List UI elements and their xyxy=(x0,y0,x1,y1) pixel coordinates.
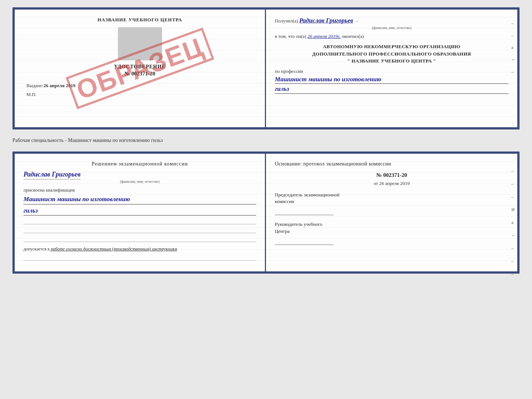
rukovoditel-line1: Руководитель учебного xyxy=(275,221,508,228)
mark-3: – xyxy=(511,69,516,75)
dopuskaetsya-prefix: допускается к xyxy=(24,246,50,252)
vydano-label: Выдано xyxy=(26,83,42,88)
dash-after-name: – xyxy=(356,18,358,24)
bmark-6: – xyxy=(511,271,516,277)
udost-number: № 002371-20 xyxy=(24,71,256,77)
top-left-title: НАЗВАНИЕ УЧЕБНОГО ЦЕНТРА xyxy=(24,17,256,23)
protocol-date: 26 апреля 2019 xyxy=(379,181,410,186)
line-3 xyxy=(24,236,256,242)
bmark-i: И xyxy=(511,207,516,213)
line-1 xyxy=(24,218,256,224)
fio-label-top: (фамилия, имя, отчество) xyxy=(275,26,508,30)
top-left-panel: НАЗВАНИЕ УЧЕБНОГО ЦЕНТРА УДОСТОВЕРЕНИЕ №… xyxy=(15,10,266,127)
mark-arrow: ← xyxy=(511,57,516,63)
bottom-fio-label: (фамилия, имя, отчество) xyxy=(24,179,256,184)
vtom-date: 26 апреля 2019г. xyxy=(308,33,341,39)
bottom-document: Решением экзаменационной комиссии Радисл… xyxy=(12,152,520,274)
dopuskaetsya-line: допускается к работе согласно должностны… xyxy=(24,246,256,252)
top-document: НАЗВАНИЕ УЧЕБНОГО ЦЕНТРА УДОСТОВЕРЕНИЕ №… xyxy=(12,7,520,129)
dopuskaetsya-text: работе согласно должностным (производств… xyxy=(51,246,177,252)
udostoverenie-block: УДОСТОВЕРЕНИЕ № 002371-20 xyxy=(24,64,256,77)
protocol-number: № 002371-20 xyxy=(275,172,508,178)
okonchil-text: окончил(а) xyxy=(342,33,364,39)
line-4 xyxy=(24,255,256,261)
line-2 xyxy=(24,227,256,233)
middle-specialty-label: Рабочая специальность - Машинист машины … xyxy=(12,136,520,145)
kvalf-line1: Машинист машины по изготовлению xyxy=(24,195,256,204)
profession-line1: Машинист машины по изготовлению xyxy=(275,75,508,84)
kvalf-line2: гильз xyxy=(24,206,256,216)
top-right-panel: Получил(а) Радислав Григорьев – (фамилия… xyxy=(266,10,517,127)
photo-placeholder xyxy=(118,27,162,60)
mark-1: – xyxy=(511,21,516,26)
predsedatel-block: Председатель экзаменационной комиссии xyxy=(275,192,508,215)
bottom-right-panel: Основание: протокол экзаменационной коми… xyxy=(266,154,517,271)
bmark-4: – xyxy=(511,246,516,251)
bottom-name: Радислав Григорьев xyxy=(24,171,80,179)
org-line-2: ДОПОЛНИТЕЛЬНОГО ПРОФЕССИОНАЛЬНОГО ОБРАЗО… xyxy=(275,50,508,58)
bmark-a: а xyxy=(511,220,516,225)
predsedatel-line1: Председатель экзаменационной xyxy=(275,192,508,198)
org-line-1: АВТОНОМНУЮ НЕКОММЕРЧЕСКУЮ ОРГАНИЗАЦИЮ xyxy=(275,43,508,50)
vtom-line: в том, что он(а) 26 апреля 2019г. окончи… xyxy=(275,33,508,39)
mp-line: М.П. xyxy=(24,92,256,97)
mark-a: а xyxy=(511,45,516,50)
side-marks-top: – – а ← – xyxy=(511,21,516,75)
rukovoditel-sign-line xyxy=(275,236,334,245)
predsedatel-line2: комиссии xyxy=(275,198,508,205)
udost-title: УДОСТОВЕРЕНИЕ xyxy=(24,64,256,70)
bmark-1: – xyxy=(511,168,516,174)
resheniem-title: Решением экзаменационной комиссии xyxy=(24,161,256,167)
poluchil-name: Радислав Григорьев xyxy=(299,17,353,24)
po-professii-label: по профессии xyxy=(275,68,508,74)
mark-2: – xyxy=(511,33,516,38)
bmark-arrow: ← xyxy=(511,233,516,238)
bmark-2: – xyxy=(511,181,516,187)
rukovoditel-block: Руководитель учебного Центра xyxy=(275,221,508,245)
bmark-3: – xyxy=(511,194,516,200)
vtom-prefix: в том, что он(а) xyxy=(275,33,306,39)
prisvoena-label: присвоена квалификация xyxy=(24,187,256,193)
bottom-name-block: Радислав Григорьев (фамилия, имя, отчест… xyxy=(24,171,256,184)
ot-prefix: от xyxy=(374,181,378,186)
vydano-line: Выдано 26 апреля 2019 xyxy=(24,83,256,89)
org-line-3: " НАЗВАНИЕ УЧЕБНОГО ЦЕНТРА " xyxy=(275,57,508,65)
side-marks-bottom: – – – И а ← – – – xyxy=(511,168,516,277)
profession-line2: гильз xyxy=(275,85,508,94)
poluchil-prefix: Получил(а) xyxy=(275,18,298,24)
predsedatel-sign-line xyxy=(275,206,334,215)
vydano-date: 26 апреля 2019 xyxy=(44,83,76,88)
rukovoditel-line2: Центра xyxy=(275,228,508,235)
bottom-left-panel: Решением экзаменационной комиссии Радисл… xyxy=(15,154,266,271)
osnovanie-title: Основание: протокол экзаменационной коми… xyxy=(275,161,508,167)
ot-date: от 26 апреля 2019 xyxy=(275,181,508,186)
bmark-5: – xyxy=(511,259,516,264)
poluchil-line: Получил(а) Радислав Григорьев – xyxy=(275,17,508,24)
org-block: АВТОНОМНУЮ НЕКОММЕРЧЕСКУЮ ОРГАНИЗАЦИЮ ДО… xyxy=(275,43,508,65)
